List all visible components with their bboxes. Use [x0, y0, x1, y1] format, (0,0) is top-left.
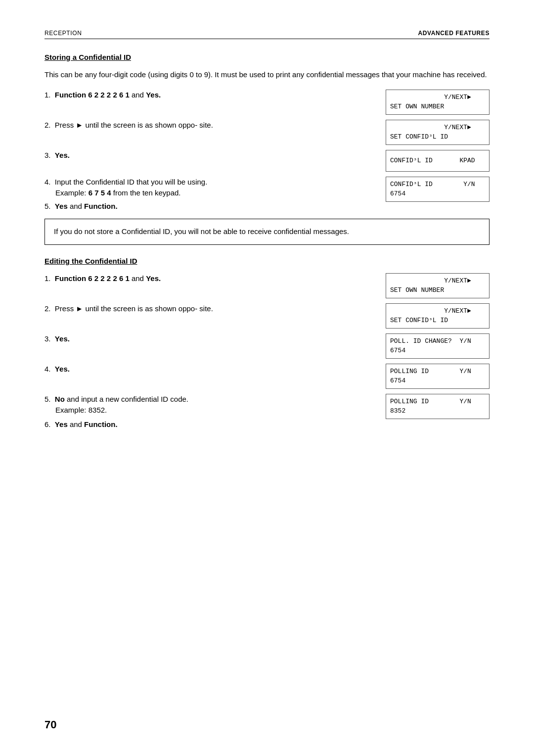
elcd-3: POLL. ID CHANGE? Y/N 6754	[386, 333, 490, 359]
elcd-3-line1: POLL. ID CHANGE? Y/N	[390, 336, 485, 346]
editing-step-1-bold-start: Function 6 2 2 2 2 6 1	[55, 274, 130, 283]
editing-section-title: Editing the Confidential ID	[44, 257, 490, 265]
storing-step-5-rest: and	[68, 202, 84, 210]
elcd-2: Y/NEXT► SET CONFIDᶟL ID	[386, 303, 490, 329]
editing-step-5-main: 5. No and input a new confidential ID co…	[44, 394, 376, 405]
editing-step-5-lcd: POLLING ID Y/N 8352	[386, 394, 490, 419]
elcd-5-line1: POLLING ID Y/N	[390, 397, 485, 407]
elcd-2-line1: Y/NEXT►	[390, 306, 485, 316]
page: RECEPTION ADVANCED FEATURES Storing a Co…	[0, 0, 534, 756]
lcd-3-line1: CONFIDᶟL ID KPAD	[390, 156, 485, 166]
editing-step-1-rest: and	[130, 274, 146, 283]
editing-step-4-lcd: POLLING ID Y/N 6754	[386, 364, 490, 389]
elcd-5: POLLING ID Y/N 8352	[386, 394, 490, 419]
editing-step-6-bold-start: Yes	[55, 420, 68, 428]
storing-step-3-lcd: CONFIDᶟL ID KPAD	[386, 150, 490, 172]
storing-step-5-bold-end: Function.	[84, 202, 118, 210]
editing-step-2-text: 2. Press ► until the screen is as shown …	[44, 303, 386, 315]
editing-step-4: 4. Yes. POLLING ID Y/N 6754	[44, 364, 490, 389]
storing-step-5-bold-start: Yes	[55, 202, 68, 210]
editing-step-5-example-text: Example: 8352.	[55, 406, 107, 414]
editing-step-6-rest: and	[68, 420, 84, 428]
lcd-1-line1: Y/NEXT►	[390, 93, 485, 102]
storing-step-2-content: Press ► until the screen is as shown opp…	[55, 121, 213, 129]
storing-step-4-main: 4. Input the Confidential ID that you wi…	[44, 177, 376, 188]
header-left-label: RECEPTION	[44, 30, 82, 37]
editing-step-2-lcd: Y/NEXT► SET CONFIDᶟL ID	[386, 303, 490, 329]
storing-step-4-lcd: CONFIDᶟL ID Y/N 6754	[386, 177, 490, 202]
lcd-4: CONFIDᶟL ID Y/N 6754	[386, 177, 490, 202]
editing-step-5-rest: and input a new confidential ID code.	[65, 395, 188, 403]
editing-step-5: 5. No and input a new confidential ID co…	[44, 394, 490, 430]
editing-step-1-lcd: Y/NEXT► SET OWN NUMBER	[386, 273, 490, 298]
storing-step-1: 1. Function 6 2 2 2 2 6 1 and Yes. Y/NEX…	[44, 90, 490, 115]
storing-step-5-inline: 5. Yes and Function.	[44, 201, 376, 212]
storing-step-4-example-prefix: Example:	[55, 189, 89, 197]
storing-step-1-lcd: Y/NEXT► SET OWN NUMBER	[386, 90, 490, 115]
storing-step-2: 2. Press ► until the screen is as shown …	[44, 120, 490, 145]
editing-step-4-bold: Yes.	[55, 365, 70, 373]
storing-step-2-lcd: Y/NEXT► SET CONFIDᶟL ID	[386, 120, 490, 145]
header-right-label: ADVANCED FEATURES	[418, 30, 490, 37]
page-header: RECEPTION ADVANCED FEATURES	[44, 30, 490, 39]
lcd-3: CONFIDᶟL ID KPAD	[386, 150, 490, 172]
editing-step-3-bold: Yes.	[55, 334, 70, 343]
editing-step-5-bold: No	[55, 395, 65, 403]
lcd-1-line2: SET OWN NUMBER	[390, 102, 485, 112]
storing-intro: This can be any four-digit code (using d…	[44, 69, 490, 81]
lcd-2: Y/NEXT► SET CONFIDᶟL ID	[386, 120, 490, 145]
lcd-2-line1: Y/NEXT►	[390, 123, 485, 133]
storing-step-3-bold: Yes.	[55, 151, 70, 159]
storing-step-3: 3. Yes. CONFIDᶟL ID KPAD	[44, 150, 490, 172]
editing-step-3-text: 3. Yes.	[44, 333, 386, 345]
editing-step-2-content: Press ► until the screen is as shown opp…	[55, 304, 213, 313]
storing-step-4-example: Example: 6 7 5 4 from the ten keypad.	[55, 188, 376, 199]
storing-step-1-bold-start: Function 6 2 2 2 2 6 1	[55, 91, 130, 99]
storing-step-4: 4. Input the Confidential ID that you wi…	[44, 177, 490, 212]
elcd-5-line2: 8352	[390, 406, 485, 416]
editing-step-1: 1. Function 6 2 2 2 2 6 1 and Yes. Y/NEX…	[44, 273, 490, 298]
storing-section-title: Storing a Confidential ID	[44, 53, 490, 61]
lcd-4-line2: 6754	[390, 189, 485, 199]
lcd-1: Y/NEXT► SET OWN NUMBER	[386, 90, 490, 115]
note-text: If you do not store a Confidential ID, y…	[54, 227, 349, 236]
elcd-1-line1: Y/NEXT►	[390, 276, 485, 286]
storing-step-1-bold-end: Yes.	[146, 91, 161, 99]
editing-step-6-inline: 6. Yes and Function.	[44, 419, 376, 430]
elcd-3-line2: 6754	[390, 346, 485, 356]
elcd-4: POLLING ID Y/N 6754	[386, 364, 490, 389]
editing-step-6-bold-end: Function.	[84, 420, 118, 428]
storing-step-4-example-bold: 6 7 5 4	[89, 189, 111, 197]
storing-step-2-text: 2. Press ► until the screen is as shown …	[44, 120, 386, 131]
storing-step-1-rest: and	[130, 91, 146, 99]
storing-step-4-example-suffix: from the ten keypad.	[111, 189, 181, 197]
elcd-1-line2: SET OWN NUMBER	[390, 285, 485, 295]
note-box: If you do not store a Confidential ID, y…	[44, 219, 490, 245]
page-number: 70	[44, 718, 56, 731]
storing-step-3-text: 3. Yes.	[44, 150, 386, 161]
elcd-1: Y/NEXT► SET OWN NUMBER	[386, 273, 490, 298]
editing-step-5-text: 5. No and input a new confidential ID co…	[44, 394, 386, 430]
elcd-4-line1: POLLING ID Y/N	[390, 367, 485, 377]
storing-step-4-main-text: Input the Confidential ID that you will …	[55, 178, 208, 186]
editing-step-2: 2. Press ► until the screen is as shown …	[44, 303, 490, 329]
elcd-2-line2: SET CONFIDᶟL ID	[390, 316, 485, 326]
lcd-4-line1: CONFIDᶟL ID Y/N	[390, 180, 485, 189]
editing-step-3-lcd: POLL. ID CHANGE? Y/N 6754	[386, 333, 490, 359]
editing-step-1-bold-end: Yes.	[146, 274, 161, 283]
editing-step-3: 3. Yes. POLL. ID CHANGE? Y/N 6754	[44, 333, 490, 359]
elcd-4-line2: 6754	[390, 376, 485, 386]
lcd-2-line2: SET CONFIDᶟL ID	[390, 132, 485, 142]
storing-step-1-text: 1. Function 6 2 2 2 2 6 1 and Yes.	[44, 90, 386, 101]
editing-step-5-example: Example: 8352.	[55, 405, 376, 416]
editing-step-1-text: 1. Function 6 2 2 2 2 6 1 and Yes.	[44, 273, 386, 284]
editing-step-4-text: 4. Yes.	[44, 364, 386, 375]
storing-step-4-text: 4. Input the Confidential ID that you wi…	[44, 177, 386, 212]
